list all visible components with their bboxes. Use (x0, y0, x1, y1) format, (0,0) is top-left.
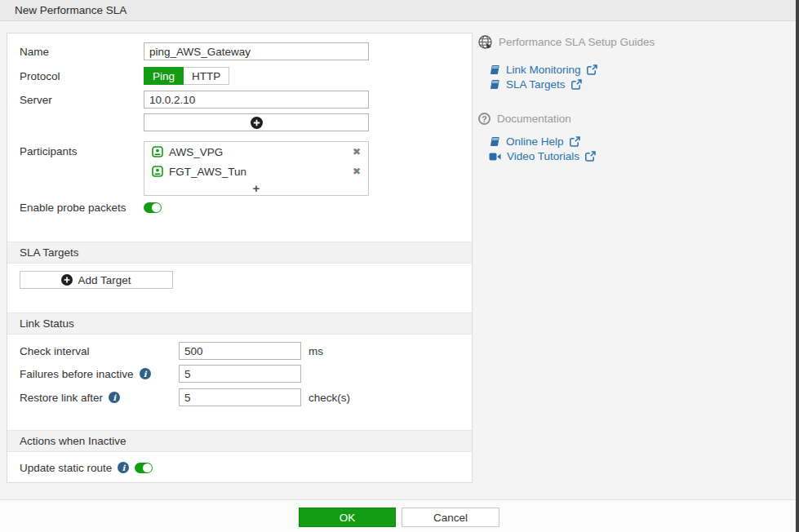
protocol-label: Protocol (20, 70, 144, 82)
restore-label: Restore link after (20, 392, 103, 404)
check-interval-row: Check interval ms (20, 342, 323, 360)
server-input[interactable] (144, 91, 369, 109)
external-link-icon (587, 64, 597, 75)
name-row: Name (20, 42, 369, 60)
footer-bar: OK Cancel (0, 499, 799, 532)
info-icon[interactable]: i (140, 368, 151, 379)
guides-header: Performance SLA Setup Guides (478, 35, 655, 49)
section-link-status: Link Status (7, 313, 472, 335)
circle-plus-icon (251, 117, 263, 129)
dialog-title: New Performance SLA (15, 4, 127, 16)
remove-participant-icon[interactable]: ✖ (353, 166, 361, 176)
add-target-button[interactable]: Add Target (20, 271, 173, 289)
documentation-header: ? Documentation (478, 113, 571, 125)
info-icon[interactable]: i (118, 462, 129, 473)
interface-icon (152, 166, 163, 177)
external-link-icon (570, 136, 580, 147)
check-interval-input[interactable] (179, 342, 301, 360)
link-label: Online Help (506, 135, 564, 148)
question-circle-icon: ? (478, 113, 490, 125)
failures-label: Failures before inactive (20, 368, 134, 380)
restore-input[interactable] (179, 388, 301, 406)
ok-button[interactable]: OK (299, 508, 396, 527)
server-label: Server (20, 94, 144, 106)
update-static-route-row: Update static route i (20, 459, 153, 477)
participants-label: Participants (20, 145, 144, 157)
link-label: SLA Targets (506, 78, 566, 91)
link-monitoring-link[interactable]: Link Monitoring (489, 64, 597, 76)
link-label: Video Tutorials (507, 150, 579, 162)
add-target-label: Add Target (78, 274, 131, 286)
participants-row: Participants (20, 141, 144, 161)
external-link-icon (585, 151, 596, 162)
interface-icon (152, 146, 163, 157)
sla-targets-header: SLA Targets (20, 246, 79, 259)
book-icon (489, 64, 500, 75)
link-status-header: Link Status (20, 317, 74, 330)
enable-probe-row: Enable probe packets (20, 199, 162, 215)
server-row: Server (20, 91, 369, 109)
participant-name: FGT_AWS_Tun (169, 166, 246, 178)
remove-participant-icon[interactable]: ✖ (353, 147, 361, 157)
name-input[interactable] (144, 42, 369, 60)
failures-row: Failures before inactive i (20, 365, 301, 383)
update-static-route-label: Update static route (20, 462, 112, 474)
protocol-row: Protocol Ping HTTP (20, 67, 229, 85)
check-interval-unit: ms (309, 345, 323, 357)
cancel-button[interactable]: Cancel (402, 508, 499, 527)
external-link-icon (571, 79, 582, 90)
failures-input[interactable] (179, 365, 301, 383)
right-edge-panel-strip (796, 0, 799, 532)
new-performance-sla-dialog: New Performance SLA Name Protocol Ping H… (0, 0, 799, 532)
add-participant-button[interactable]: + (144, 181, 368, 194)
protocol-option-ping[interactable]: Ping (144, 67, 184, 85)
participant-item[interactable]: AWS_VPG ✖ (144, 142, 368, 162)
restore-unit: check(s) (309, 392, 350, 404)
plus-icon: + (253, 182, 260, 194)
participant-item[interactable]: FGT_AWS_Tun ✖ (144, 162, 368, 181)
online-help-link[interactable]: Online Help (489, 135, 580, 148)
dialog-title-bar: New Performance SLA (0, 0, 799, 21)
sla-targets-link[interactable]: SLA Targets (489, 78, 582, 91)
enable-probe-toggle[interactable] (144, 202, 162, 213)
info-icon[interactable]: i (109, 392, 120, 403)
participant-name: AWS_VPG (169, 146, 223, 158)
video-tutorials-link[interactable]: Video Tutorials (489, 150, 596, 162)
enable-probe-label: Enable probe packets (20, 202, 144, 214)
update-static-route-toggle[interactable] (135, 463, 153, 473)
check-interval-label: Check interval (20, 345, 179, 357)
globe-icon (478, 35, 492, 49)
form-panel: Name Protocol Ping HTTP Server Participa… (7, 33, 473, 483)
section-sla-targets: SLA Targets (7, 242, 472, 264)
protocol-option-http[interactable]: HTTP (184, 67, 229, 85)
documentation-header-label: Documentation (497, 113, 571, 125)
book-icon (489, 79, 500, 90)
add-server-row[interactable] (144, 113, 369, 131)
name-label: Name (20, 46, 144, 58)
restore-row: Restore link after i check(s) (20, 388, 350, 406)
circle-plus-icon (61, 274, 73, 286)
participants-box: AWS_VPG ✖ FGT_AWS_Tun ✖ + (144, 141, 369, 196)
actions-inactive-header: Actions when Inactive (20, 435, 127, 447)
section-actions-inactive: Actions when Inactive (7, 430, 472, 452)
book-icon (489, 136, 500, 147)
video-camera-icon (489, 152, 501, 162)
guides-header-label: Performance SLA Setup Guides (499, 36, 655, 48)
link-label: Link Monitoring (506, 64, 581, 76)
